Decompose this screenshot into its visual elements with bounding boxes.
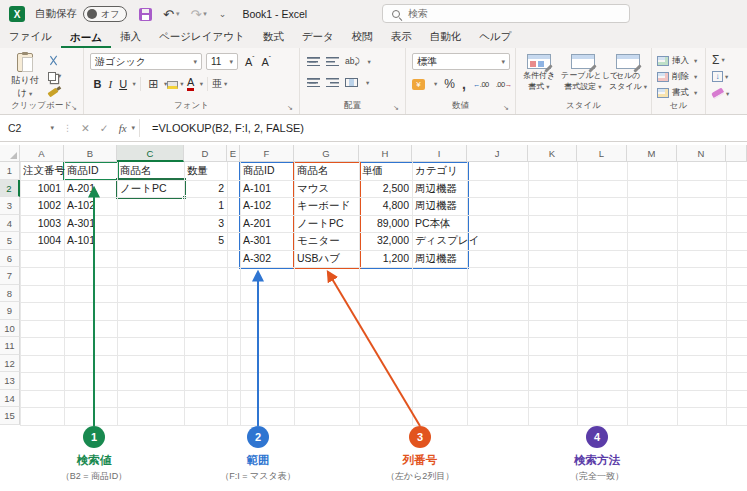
tab-home[interactable]: ホーム	[61, 31, 111, 49]
row-header-7[interactable]: 7	[0, 267, 20, 285]
cell-D3[interactable]: 1	[184, 197, 227, 215]
cell-H5[interactable]: 32,000	[359, 232, 412, 250]
alignment-dialog-launcher-icon[interactable]	[393, 103, 402, 112]
cell-A1[interactable]: 注文番号	[20, 162, 64, 180]
number-dialog-launcher-icon[interactable]	[503, 103, 512, 112]
cell-G1[interactable]: 商品名	[294, 162, 359, 180]
italic-button[interactable]: I	[108, 78, 112, 90]
column-header-N[interactable]: N	[677, 145, 726, 162]
cell-B3[interactable]: A-102	[64, 197, 117, 215]
row-header-12[interactable]: 12	[0, 355, 20, 373]
tab-help[interactable]: ヘルプ	[470, 30, 520, 48]
column-header-L[interactable]: L	[577, 145, 627, 162]
orientation-icon[interactable]: ab⤸	[345, 56, 360, 67]
redo-dropdown-icon[interactable]: ▾	[203, 10, 207, 18]
align-center-icon[interactable]	[307, 78, 320, 87]
format-painter-button[interactable]	[48, 86, 61, 98]
cell-G4[interactable]: ノートPC	[294, 215, 359, 233]
insert-cells-button[interactable]: 挿入▾	[657, 54, 697, 67]
column-header-J[interactable]: J	[467, 145, 528, 162]
cell-styles-button[interactable]: セルの スタイル▾	[606, 54, 650, 91]
cell-G5[interactable]: モニター	[294, 232, 359, 250]
row-header-13[interactable]: 13	[0, 372, 20, 390]
align-middle-icon[interactable]	[307, 57, 320, 66]
quick-access-customize-icon[interactable]	[219, 9, 227, 19]
conditional-formatting-button[interactable]: 条件付き 書式▾	[517, 54, 561, 91]
row-header-1[interactable]: 1	[0, 162, 20, 180]
search-box[interactable]: 検索	[382, 4, 630, 23]
font-name-select[interactable]: 游ゴシック▾	[90, 53, 202, 70]
delete-cells-button[interactable]: 削除▾	[657, 70, 697, 83]
cell-D2[interactable]: 2	[184, 180, 227, 198]
percent-format-icon[interactable]: %	[444, 77, 455, 91]
enter-formula-icon[interactable]: ✓	[100, 122, 109, 134]
column-header-M[interactable]: M	[627, 145, 677, 162]
undo-icon[interactable]	[163, 7, 174, 22]
tab-data[interactable]: データ	[293, 30, 343, 48]
increase-decimal-icon[interactable]: ←.00	[473, 80, 489, 89]
tab-automate[interactable]: 自動化	[421, 30, 471, 48]
clipboard-dialog-launcher-icon[interactable]	[71, 103, 80, 112]
cell-D5[interactable]: 5	[184, 232, 227, 250]
cell-D4[interactable]: 3	[184, 215, 227, 233]
fill-color-icon[interactable]	[167, 81, 178, 89]
row-header-3[interactable]: 3	[0, 197, 20, 215]
cell-I3[interactable]: 周辺機器	[412, 197, 467, 215]
font-size-select[interactable]: 11▾	[206, 53, 238, 70]
format-as-table-button[interactable]: テーブルとして 書式設定▾	[561, 54, 605, 91]
row-header-4[interactable]: 4	[0, 215, 20, 233]
comma-format-icon[interactable]: ,	[462, 80, 466, 88]
font-color-icon[interactable]: A	[187, 77, 194, 91]
cell-A5[interactable]: 1004	[20, 232, 64, 250]
merge-center-icon[interactable]	[345, 78, 358, 87]
cell-H1[interactable]: 単価	[359, 162, 412, 180]
column-header-E[interactable]: E	[227, 145, 240, 162]
row-header-14[interactable]: 14	[0, 390, 20, 408]
column-header-I[interactable]: I	[412, 145, 467, 162]
cell-C1[interactable]: 商品名	[117, 162, 184, 180]
select-all-corner[interactable]	[0, 145, 20, 162]
cell-F6[interactable]: A-302	[240, 250, 294, 268]
cell-G6[interactable]: USBハブ	[294, 250, 359, 268]
fx-dropdown-icon[interactable]: ▾	[132, 124, 136, 132]
row-header-15[interactable]: 15	[0, 407, 20, 425]
phonetic-guide-button[interactable]: 亜	[212, 77, 222, 91]
align-bottom-icon[interactable]	[326, 57, 339, 66]
column-header-G[interactable]: G	[294, 145, 359, 162]
autosave-toggle[interactable]: オフ	[83, 6, 127, 22]
fill-button[interactable]: ↓▾	[712, 70, 728, 83]
font-dialog-launcher-icon[interactable]	[287, 103, 296, 112]
row-header-8[interactable]: 8	[0, 285, 20, 303]
column-header-H[interactable]: H	[359, 145, 412, 162]
row-header-11[interactable]: 11	[0, 337, 20, 355]
cell-B4[interactable]: A-301	[64, 215, 117, 233]
column-header-A[interactable]: A	[20, 145, 64, 162]
cell-B2[interactable]: A-201	[64, 180, 117, 198]
insert-function-icon[interactable]: fx	[119, 122, 127, 134]
cell-H2[interactable]: 2,500	[359, 180, 412, 198]
cell-F4[interactable]: A-201	[240, 215, 294, 233]
tab-file[interactable]: ファイル	[0, 30, 61, 48]
column-header-partial[interactable]	[726, 145, 747, 162]
formula-input[interactable]: =VLOOKUP(B2, F:I, 2, FALSE)	[152, 122, 304, 134]
save-icon[interactable]	[139, 8, 152, 21]
paste-button[interactable]: 貼り付け▾	[7, 53, 43, 100]
copy-button[interactable]: ▾	[48, 70, 61, 82]
autosum-button[interactable]: Σ▾	[712, 53, 725, 66]
cut-button[interactable]	[48, 54, 61, 66]
decrease-decimal-icon[interactable]: .00→	[496, 80, 512, 89]
currency-format-icon[interactable]: ¥	[412, 79, 425, 90]
name-box[interactable]: C2▾	[3, 118, 59, 138]
cell-B1[interactable]: 商品ID	[64, 162, 117, 180]
cell-A4[interactable]: 1003	[20, 215, 64, 233]
cell-F5[interactable]: A-301	[240, 232, 294, 250]
row-header-9[interactable]: 9	[0, 302, 20, 320]
cell-I4[interactable]: PC本体	[412, 215, 467, 233]
cell-B5[interactable]: A-101	[64, 232, 117, 250]
redo-icon[interactable]	[190, 7, 201, 22]
tab-view[interactable]: 表示	[382, 30, 421, 48]
clear-button[interactable]: ▾	[712, 87, 729, 100]
cell-I6[interactable]: 周辺機器	[412, 250, 467, 268]
cell-F2[interactable]: A-101	[240, 180, 294, 198]
bold-button[interactable]: B	[94, 78, 102, 90]
